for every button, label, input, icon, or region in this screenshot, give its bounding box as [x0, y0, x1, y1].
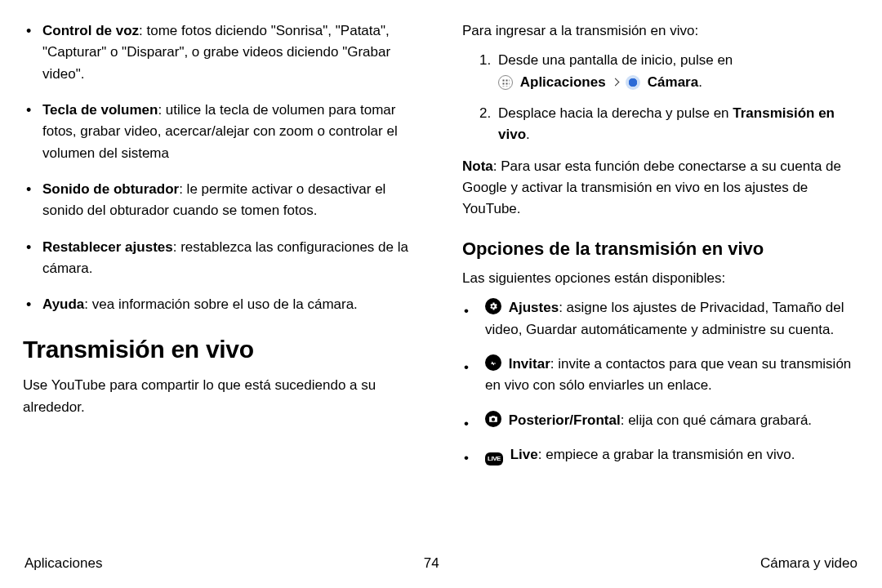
option-text: : empiece a grabar la transmisión en viv… [538, 447, 795, 462]
note-text: : Para usar esta función debe conectarse… [462, 158, 841, 217]
settings-icon [485, 298, 501, 314]
step-2-text-a: Desplace hacia la derecha y pulse en [498, 105, 733, 121]
chevron-right-icon [612, 78, 620, 86]
live-broadcast-description: Use YouTube para compartir lo que está s… [23, 375, 420, 418]
live-icon: LIVE [485, 452, 503, 466]
note-label: Nota [462, 158, 493, 174]
bullet-text: : vea información sobre el uso de la cám… [84, 296, 358, 312]
bullet-label: Ayuda [42, 296, 84, 312]
apps-label: Aplicaciones [520, 74, 606, 90]
camera-switch-icon [485, 411, 501, 427]
bullet-icon: • [464, 448, 469, 469]
steps-list: Desde una pantalla de inicio, pulse en A… [462, 50, 859, 145]
options-intro: Las siguientes opciones están disponible… [462, 268, 859, 289]
right-column: Para ingresar a la transmisión en vivo: … [462, 20, 859, 588]
bullet-icon: • [464, 301, 469, 322]
period: . [526, 127, 530, 142]
footer-left: Aplicaciones [24, 555, 102, 572]
bullet-icon: • [464, 413, 469, 434]
options-bullet-list: • Ajustes: asigne los ajustes de Privaci… [462, 297, 859, 466]
heading-live-broadcast: Transmisión en vivo [23, 331, 420, 369]
bullet-label: Control de voz [42, 23, 139, 38]
note-paragraph: Nota: Para usar esta función debe conect… [462, 156, 859, 220]
camera-icon [626, 75, 640, 90]
apps-icon [498, 75, 513, 90]
footer-page-number: 74 [424, 555, 439, 572]
bullet-label: Restablecer ajustes [42, 239, 173, 255]
bullet-reset-settings: Restablecer ajustes: restablezca las con… [42, 237, 420, 280]
option-text: : elija con qué cámara grabará. [621, 412, 812, 428]
step-2: Desplace hacia la derecha y pulse en Tra… [495, 103, 859, 146]
bullet-label: Tecla de volumen [42, 102, 158, 118]
option-live: • LIVE Live: empiece a grabar la transmi… [482, 444, 859, 466]
option-camera-side: • Posterior/Frontal: elija con qué cámar… [482, 410, 859, 431]
bullet-help: Ayuda: vea información sobre el uso de l… [42, 294, 420, 315]
period: . [698, 74, 702, 90]
footer-right: Cámara y video [760, 555, 858, 572]
live-intro: Para ingresar a la transmisión en vivo: [462, 20, 859, 42]
bullet-voice-control: Control de voz: tome fotos diciendo "Son… [42, 20, 420, 85]
step-1: Desde una pantalla de inicio, pulse en A… [495, 50, 859, 93]
option-label: Live [510, 447, 538, 462]
invite-icon [485, 354, 501, 371]
settings-bullet-list: Control de voz: tome fotos diciendo "Son… [23, 20, 420, 316]
camera-label: Cámara [648, 74, 698, 90]
bullet-shutter-sound: Sonido de obturador: le permite activar … [42, 179, 420, 222]
heading-live-options: Opciones de la transmisión en vivo [462, 235, 859, 263]
page-footer: Aplicaciones 74 Cámara y video [24, 555, 858, 572]
step-1-text: Desde una pantalla de inicio, pulse en [498, 52, 733, 68]
option-label: Posterior/Frontal [509, 412, 621, 428]
option-invite: • Invitar: invite a contactos para que v… [482, 354, 859, 397]
option-label: Invitar [509, 356, 550, 372]
svg-point-0 [489, 359, 497, 367]
bullet-icon: • [464, 357, 469, 378]
option-label: Ajustes [509, 300, 559, 315]
option-settings: • Ajustes: asigne los ajustes de Privaci… [482, 297, 859, 341]
left-column: Control de voz: tome fotos diciendo "Son… [23, 20, 420, 588]
bullet-label: Sonido de obturador [42, 181, 179, 197]
bullet-volume-key: Tecla de volumen: utilice la tecla de vo… [42, 100, 420, 164]
